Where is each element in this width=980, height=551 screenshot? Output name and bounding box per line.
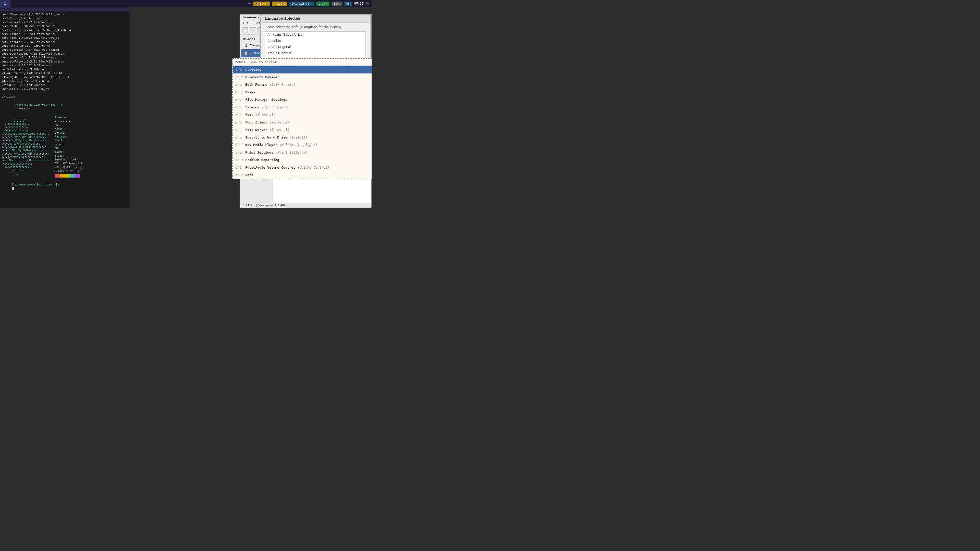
color-blocks [55, 174, 83, 178]
combi-item[interactable]: drun Firefox (Web Browser) [233, 103, 372, 111]
combi-item[interactable]: drun Print Settings (Print Settings) [233, 149, 372, 156]
dialog-title: Language Selection [261, 14, 370, 23]
lang-item[interactable]: Albanian [265, 38, 366, 44]
lang-item[interactable]: Arabic (Bahrain) [265, 50, 366, 56]
lang-item[interactable]: Afrikaans (South Africa) [265, 32, 366, 38]
terminal-line: perl-podlators-1:5.01-500.fc39.noarch [2, 60, 129, 64]
display-icon: ⬛ [366, 2, 369, 5]
combi-item[interactable]: drun Bluetooth Manager [233, 73, 372, 81]
user-badge: US [344, 2, 352, 6]
monitor-icon: 👁 [248, 2, 251, 5]
combi-header: combi: 2269/2269 [233, 59, 372, 66]
ram-badge: 31% [331, 2, 342, 6]
combi-launcher: combi: 2269/2269 drun Languagedrun Bluet… [232, 58, 372, 179]
main-layout: foot perl-Time-Local-2:1.350-3.fc39.noar… [0, 7, 372, 208]
neofetch-section: .';;;;;;,' .':ccccccccccc;, .ccccccccccc… [2, 116, 129, 178]
terminal-line: perl-mro-1.28-502.fc39.noarch [2, 44, 129, 48]
terminal-line: w3m-0.5.3-61.git20230121.fc39.x86_64 [2, 71, 129, 75]
combi-item[interactable]: drun Foot Client (Terminal) [233, 119, 372, 126]
terminal-line: perl-overloading-0.02-502.fc39.noarch [2, 52, 129, 56]
terminal-title: foot [2, 8, 9, 11]
terminal-line: perl-libnet-3.15-501.fc39.noarch [2, 32, 129, 36]
terminal-line: w3m-img-0.5.3-61.git20230121.fc39.x86_64 [2, 75, 129, 79]
terminal-line: perl-if-0.61.000-502.fc39.noarch [2, 24, 129, 28]
terminal-panel: foot perl-Time-Local-2:1.350-3.fc39.noar… [0, 7, 130, 208]
forward-button[interactable]: › [250, 27, 256, 33]
combi-label: combi: [235, 60, 247, 64]
combi-item[interactable]: drun Language [233, 66, 372, 73]
combi-item[interactable]: drun Disks [233, 89, 372, 96]
terminal-final-prompt: [liveuser@localhost-live ~]$ [2, 179, 129, 194]
terminal-complete: Complete! [2, 95, 129, 99]
clock: 07:57 [354, 2, 364, 5]
thunar-menu-file[interactable]: File [240, 21, 251, 26]
terminal-line: toilet-0.3-15.fc39.x86_64 [2, 67, 129, 71]
volume-badge: 🔊 100% [253, 2, 270, 6]
computer-icon: 🖥 [243, 43, 248, 48]
brightness-badge: ☀ 100% [272, 2, 287, 6]
combi-item[interactable]: drun Problem Reporting [233, 156, 372, 164]
taskbar-right: 👁 🔊 100% ☀ 100% 10.0.2.15/24 ↕ 0% 🌿 31% … [248, 2, 372, 6]
ascii-art: .';;;;;;,' .':ccccccccccc;, .ccccccccccc… [2, 116, 51, 178]
combi-item[interactable]: drun Install to Hard Drive (Install) [233, 134, 372, 141]
terminal-line: perl-vars-1.05-502.fc39.noarch [2, 64, 129, 67]
home-icon: 🏠 [243, 51, 248, 56]
terminal-prompt-line: [liveuser@localhost-live ~]$ neofetch [2, 99, 129, 115]
combi-item[interactable]: drun Foot Server (Terminal) [233, 126, 372, 134]
combi-item[interactable]: drun File Manager Settings [233, 96, 372, 103]
terminal-line [2, 91, 129, 95]
terminal-output: perl-Time-Local-2:1.350-3.fc39.noarch pe… [2, 13, 129, 114]
lang-item[interactable]: Arabic (Algeria) [265, 44, 366, 50]
terminal-line: perl-base-2.27-502.fc39.noarch [2, 21, 129, 24]
combi-items-list: drun Languagedrun Bluetooth Managerdrun … [233, 66, 372, 179]
cpu-badge: 0% 🌿 [317, 2, 329, 6]
ip-badge: 10.0.2.15/24 ↕ [289, 2, 314, 6]
terminal-line: xwininfo-1.1.5-7.fc39.x86_64 [2, 87, 129, 91]
terminal-line: perl-URI-5.21-1.fc39.noarch [2, 16, 129, 20]
terminal-line: xdpyinfo-1.3.3-4.fc39.x86_64 [2, 79, 129, 83]
terminal-line: perl-parent-0.241-500.fc39.noarch [2, 56, 129, 59]
neofetch-info: liveuser ---------- OS: Kernel: Uptime: … [55, 116, 83, 178]
taskbar: 1 👁 🔊 100% ☀ 100% 10.0.2.15/24 ↕ 0% 🌿 31… [0, 0, 372, 7]
terminal-line: perl-locale-1.10-502.fc39.noarch [2, 40, 129, 44]
combi-item[interactable]: drun mpv Media Player (Multimedia player… [233, 141, 372, 149]
combi-item[interactable]: drun Bulk Rename (Bulk Rename) [233, 81, 372, 89]
terminal-line: xrandr-1.5.2-3.fc39.noarch [2, 83, 129, 87]
combi-item[interactable]: drun Foot (Terminal) [233, 111, 372, 119]
dialog-subtitle: Please select the default language for t… [261, 23, 370, 30]
taskbar-tab-1[interactable]: 1 [0, 0, 11, 7]
tab-number: 1 [4, 2, 6, 5]
terminal-line: perl-overload-1.37-502.fc39.noarch [2, 48, 129, 52]
combi-item[interactable]: drun PulseAudio Volume Control (Volume C… [233, 164, 372, 171]
terminal-line: perl-libs-4:5.38.2-502.fc39.x86_64 [2, 36, 129, 40]
terminal-line: perl-Time-Local-2:1.350-3.fc39.noarch [2, 13, 129, 16]
thunar-statusbar: 8 folders | Free space: 1.3 GiB [240, 203, 371, 208]
combi-input[interactable] [249, 60, 372, 64]
back-button[interactable]: ‹ [242, 27, 248, 33]
combi-item[interactable]: drun Rofi [233, 171, 372, 179]
terminal-line: perl-interpreter-4:5.38.2-502.fc39.x86_6… [2, 28, 129, 32]
